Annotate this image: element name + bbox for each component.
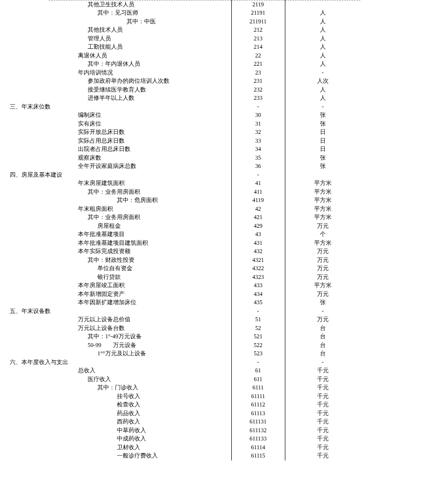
row-name: 其中：门诊收入 — [49, 384, 231, 392]
table-row: 本年实际完成投资额432万元 — [49, 247, 360, 256]
row-code: 32 — [231, 128, 285, 137]
row-code: 4119 — [231, 196, 285, 205]
row-unit: 张 — [285, 162, 360, 171]
table-row: 挂号收入61111千元 — [49, 392, 360, 401]
table-row: 其他卫生技术人员2119 — [49, 0, 360, 9]
row-name: 药品收入 — [49, 409, 231, 418]
row-unit: - — [285, 103, 360, 111]
table-row: 医疗收入611千元 — [49, 375, 360, 384]
row-code: - — [231, 358, 285, 367]
row-unit: 万元 — [285, 247, 360, 256]
row-name: 离退休人员 — [49, 52, 231, 60]
row-name: 三、年末床位数 — [10, 103, 231, 111]
table-row: 五、年末设备数-- — [49, 307, 360, 316]
row-name: 银行贷款 — [49, 273, 231, 281]
row-code: 33 — [231, 137, 285, 146]
row-name: 其中：业务用房面积 — [49, 188, 231, 196]
row-code: 34 — [231, 145, 285, 154]
row-unit: 万元 — [285, 222, 360, 231]
row-name: 本年因新扩建增加床位 — [49, 298, 231, 307]
table-row: 其中：中医211911人 — [49, 18, 360, 26]
row-code: 521 — [231, 332, 285, 341]
row-name: 单位自有资金 — [49, 264, 231, 273]
row-unit: 平方米 — [285, 179, 360, 188]
row-unit: 千元 — [285, 435, 360, 443]
row-unit: 人 — [285, 43, 360, 52]
row-name: 年末租房面积 — [49, 205, 231, 213]
row-unit: 平方米 — [285, 281, 360, 290]
table-row: 银行贷款4323万元 — [49, 273, 360, 282]
row-code: 61115 — [231, 452, 285, 460]
row-name: 实际占用总床日数 — [49, 137, 231, 145]
row-name: 其中：危房面积 — [49, 196, 231, 204]
row-unit: 千元 — [285, 452, 360, 460]
row-name: 本年批准基建项目 — [49, 230, 231, 238]
row-name: 参加政府举办的岗位培训人次数 — [49, 77, 231, 85]
row-unit: 平方米 — [285, 213, 360, 222]
table-row: 其中：年内退休人员221人 — [49, 60, 360, 69]
table-row: 进修半年以上人数233人 — [49, 94, 360, 103]
row-unit: 千元 — [285, 426, 360, 435]
row-name: 实有床位 — [49, 120, 231, 128]
row-code: 411 — [231, 188, 285, 197]
row-code: 611132 — [231, 426, 285, 435]
row-unit — [285, 171, 360, 180]
row-unit: 日 — [285, 137, 360, 146]
row-code: 21191 — [231, 9, 285, 18]
data-table: 其他卫生技术人员2119其中：见习医师21191人其中：中医211911人其他技… — [49, 0, 360, 460]
table-row: 实有床位31张 — [49, 120, 360, 128]
row-unit: 平方米 — [285, 205, 360, 214]
table-row: 本年房屋竣工面积433平方米 — [49, 281, 360, 290]
table-row: 其中：业务用房面积421平方米 — [49, 213, 360, 222]
table-row: 药品收入61113千元 — [49, 409, 360, 418]
row-unit: 台 — [285, 349, 360, 358]
row-code: 434 — [231, 290, 285, 299]
table-row: 四、房屋及基本建设- — [49, 171, 360, 180]
table-row: 其中：危房面积4119平方米 — [49, 196, 360, 205]
table-row: 西药收入611131千元 — [49, 418, 360, 426]
row-unit: - — [285, 358, 360, 367]
row-name: 年内培训情况 — [49, 69, 231, 77]
row-name: 实际开放总床日数 — [49, 128, 231, 136]
row-code: 61112 — [231, 401, 285, 409]
table-row: 全年开设家庭病床总数36张 — [49, 162, 360, 171]
row-code: 611133 — [231, 435, 285, 443]
row-unit: 千元 — [285, 418, 360, 426]
row-code: 4321 — [231, 256, 285, 265]
table-row: 其中：业务用房面积411平方米 — [49, 188, 360, 197]
row-name: 其中：1°-49万元设备 — [49, 332, 231, 341]
row-code: 221 — [231, 60, 285, 69]
row-unit: 台 — [285, 332, 360, 341]
table-row: 工勤技能人员214人 — [49, 43, 360, 52]
row-code: 213 — [231, 35, 285, 43]
table-row: 接受继续医学教育人数232人 — [49, 86, 360, 94]
row-unit: 万元 — [285, 290, 360, 299]
row-name: 接受继续医学教育人数 — [49, 86, 231, 94]
row-code: 30 — [231, 111, 285, 120]
row-name: 总收入 — [49, 367, 231, 375]
row-code: 41 — [231, 179, 285, 188]
table-row: 其中：见习医师21191人 — [49, 9, 360, 18]
row-code: - — [231, 171, 285, 180]
row-name: 管理人员 — [49, 35, 231, 43]
table-row: 中成药收入611133千元 — [49, 435, 360, 443]
row-code: 42 — [231, 205, 285, 214]
row-code: 4322 — [231, 264, 285, 273]
row-code: 36 — [231, 162, 285, 171]
row-name: 卫材收入 — [49, 443, 231, 452]
row-code: 61111 — [231, 392, 285, 401]
row-unit: 人 — [285, 26, 360, 35]
row-code: 23 — [231, 69, 285, 77]
row-name: 万元以上设备台数 — [49, 324, 231, 332]
row-unit: 张 — [285, 111, 360, 120]
row-code: 61113 — [231, 409, 285, 418]
row-code: 51 — [231, 315, 285, 324]
row-unit: 千元 — [285, 443, 360, 452]
row-code: 421 — [231, 213, 285, 222]
row-unit: 人 — [285, 9, 360, 18]
row-name: 其中：财政性投资 — [49, 256, 231, 264]
table-row: 年末租房面积42平方米 — [49, 205, 360, 214]
row-code: 611131 — [231, 418, 285, 426]
row-code: 231 — [231, 77, 285, 86]
table-row: 检查收入61112千元 — [49, 401, 360, 409]
